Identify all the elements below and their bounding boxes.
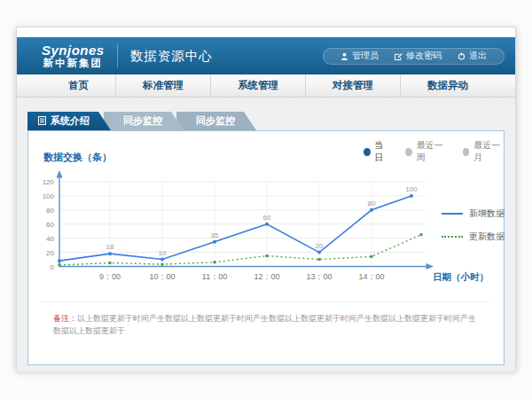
solid-line-icon (442, 213, 463, 215)
footer-note: 备注：以上数据更新于时间产生数据以上数据更新于时间产生数据以上数据更新于时间产生… (53, 313, 479, 337)
footer-note-prefix: 备注： (53, 314, 77, 323)
brand-logo: Synjones 新中新集团 (42, 43, 105, 68)
user-menu: 管理员 修改密码 退出 (323, 48, 505, 65)
svg-text:80: 80 (46, 207, 54, 215)
x-axis-title: 日期（小时） (433, 271, 489, 284)
nav-item-data-change[interactable]: 数据异动 (400, 74, 495, 97)
svg-text:10：00: 10：00 (149, 272, 175, 281)
brand-logo-subtext: 新中新集团 (42, 58, 105, 68)
brand-logo-text: Synjones (42, 43, 105, 58)
svg-text:10: 10 (159, 249, 167, 257)
svg-text:40: 40 (46, 235, 54, 243)
header-divider (117, 44, 118, 67)
svg-text:80: 80 (368, 200, 376, 207)
legend-label: 新增数据 (469, 207, 505, 220)
svg-text:11：00: 11：00 (202, 272, 227, 281)
nav-item-system-mgmt[interactable]: 系统管理 (210, 74, 305, 97)
dotted-line-icon (442, 236, 463, 238)
tab-label: 系统介绍 (51, 114, 90, 128)
page-title: 数据资源中心 (130, 48, 213, 65)
svg-text:12：00: 12：00 (254, 272, 279, 281)
chart-panel: 当日 最近一周 最近一月 数据交换（条） 9：0010：0011：0012：00… (27, 130, 505, 365)
svg-text:100: 100 (43, 192, 55, 200)
app-window: Synjones 新中新集团 数据资源中心 管理员 修改密码 (16, 27, 516, 370)
main-nav: 首页 标准管理 系统管理 对接管理 数据异动 (17, 74, 515, 98)
change-password-button[interactable]: 修改密码 (387, 50, 450, 62)
nav-item-home[interactable]: 首页 (42, 74, 115, 97)
user-menu-label: 管理员 (352, 50, 379, 62)
svg-text:60: 60 (46, 221, 54, 229)
svg-text:13：00: 13：00 (306, 272, 332, 281)
svg-text:100: 100 (405, 185, 418, 193)
edit-icon (395, 52, 403, 60)
tab-label: 同步监控 (123, 114, 162, 128)
svg-text:120: 120 (43, 178, 55, 186)
chart-legend: 新增数据 更新数据 (442, 207, 505, 254)
svg-text:14：00: 14：00 (358, 272, 384, 281)
tab-label: 同步监控 (196, 114, 235, 128)
app-header: Synjones 新中新集团 数据资源中心 管理员 修改密码 (17, 37, 515, 74)
svg-text:20: 20 (46, 249, 54, 257)
svg-text:18: 18 (106, 243, 114, 251)
window-bottom-strip (17, 371, 515, 374)
tab-bar: 系统介绍 同步监控 同步监控 (27, 112, 515, 130)
logout-label: 退出 (469, 50, 487, 62)
document-icon (38, 116, 46, 127)
legend-label: 更新数据 (469, 231, 505, 243)
window-top-strip (17, 27, 515, 37)
logout-button[interactable]: 退出 (450, 50, 495, 62)
tab-system-intro[interactable]: 系统介绍 (27, 112, 111, 130)
svg-text:20: 20 (316, 242, 324, 250)
user-menu-admin[interactable]: 管理员 (332, 50, 387, 62)
svg-text:60: 60 (263, 214, 271, 222)
legend-item-new-data: 新增数据 (442, 207, 505, 220)
svg-text:35: 35 (211, 231, 219, 239)
user-icon (340, 52, 348, 60)
footer-note-text: 以上数据更新于时间产生数据以上数据更新于时间产生数据以上数据更新于时间产生数据以… (53, 314, 476, 335)
legend-item-updated-data: 更新数据 (442, 231, 505, 243)
tab-sync-monitor-1[interactable]: 同步监控 (104, 112, 184, 130)
logout-icon (458, 52, 466, 60)
tab-sync-monitor-2[interactable]: 同步监控 (176, 112, 256, 130)
nav-item-interface-mgmt[interactable]: 对接管理 (305, 74, 400, 97)
svg-text:0: 0 (51, 263, 55, 271)
content-area: 系统介绍 同步监控 同步监控 当日 最近一周 (17, 98, 515, 371)
note-divider (41, 301, 491, 302)
svg-text:9：00: 9：00 (99, 272, 121, 281)
nav-item-standard-mgmt[interactable]: 标准管理 (115, 74, 210, 97)
change-password-label: 修改密码 (406, 50, 442, 62)
